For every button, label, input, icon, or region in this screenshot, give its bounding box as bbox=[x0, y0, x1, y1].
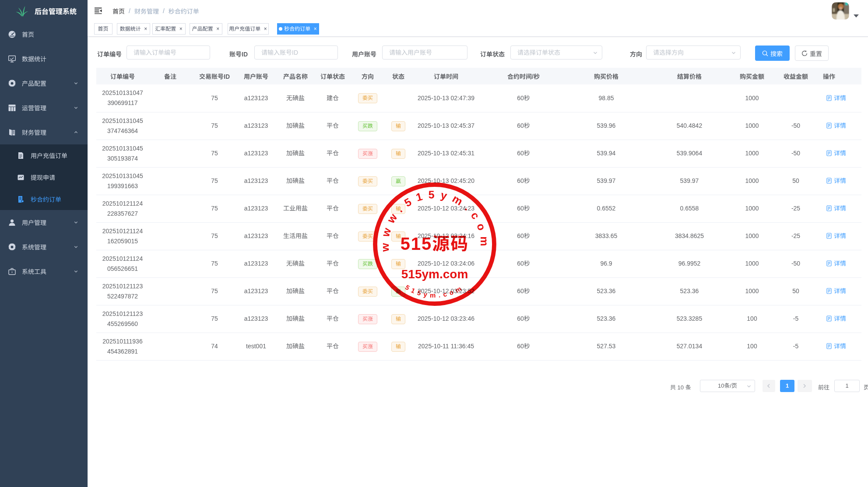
svg-text:515ym.com: 515ym.com bbox=[401, 267, 468, 281]
svg-text:515源码: 515源码 bbox=[401, 234, 469, 253]
svg-text:515ym.com: 515ym.com bbox=[404, 283, 465, 299]
